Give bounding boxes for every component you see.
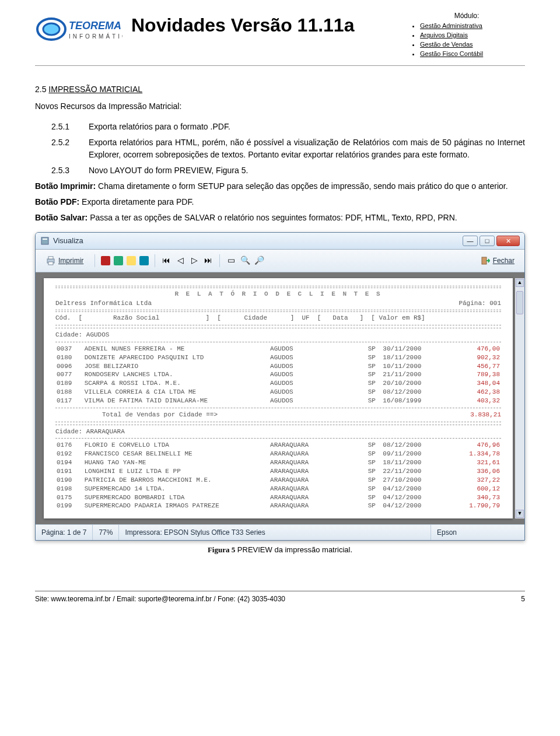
bold-label: Botão PDF: [35, 197, 79, 206]
fit-page-icon[interactable]: ▭ [226, 255, 236, 266]
save-icon[interactable] [127, 256, 136, 265]
status-printer: Impressora: EPSON Stylus Office T33 Seri… [119, 525, 431, 540]
maximize-button[interactable]: □ [480, 236, 495, 246]
report-page: Página: 001 [459, 299, 501, 308]
svg-point-1 [43, 23, 60, 35]
pdf-icon[interactable] [101, 256, 110, 265]
status-zoom: 77% [93, 525, 119, 540]
table-row: 0077RONDOSERV LANCHES LTDA.AGUDOSSP21/11… [55, 370, 501, 379]
table-row: 0190PATRICIA DE BARROS MACCHIONI M.E.ARA… [55, 476, 501, 485]
bold-label: Botão Imprimir: [35, 181, 96, 191]
page-title: Novidades Versão 11.11a [131, 12, 400, 36]
bold-label: Botão Salvar: [35, 213, 88, 222]
footer-page-number: 5 [521, 595, 525, 603]
text-icon[interactable] [139, 256, 149, 265]
statusbar: Página: 1 de 7 77% Impressora: EPSON Sty… [36, 524, 524, 540]
logo-text-sub: INFORMÁTICA [69, 33, 123, 40]
item-text: Novo LAYOUT do form PREVIEW, Figura 5. [89, 164, 525, 177]
report-paper: R E L A T Ó R I O D E C L I E N T E S De… [44, 278, 513, 519]
table-row: 0199SUPERMERCADO PADARIA IRMAOS PATREZEA… [55, 502, 501, 510]
zoom-in-icon[interactable]: 🔍 [240, 255, 250, 266]
table-row: 0192FRANCISCO CESAR BELINELLI MEARARAQUA… [55, 450, 501, 458]
excel-icon[interactable] [114, 256, 123, 265]
module-item: Gestão Fisco Contábil [420, 50, 525, 57]
table-row: 0176FLORIO E CORVELLO LTDAARARAQUARASP08… [55, 441, 501, 450]
figure-label: Figura 5 [208, 545, 235, 554]
table-row: 0194HUANG TAO YAN-MEARARAQUARASP18/11/20… [55, 458, 501, 467]
section-number: 2.5 [35, 85, 46, 94]
item-number: 2.5.3 [51, 164, 75, 177]
numbered-list: 2.5.1 Exporta relatórios para o formato … [51, 121, 525, 177]
table-row: 0175SUPERMERCADO BOMBARDI LTDAARARAQUARA… [55, 493, 501, 502]
item-text: Exporta relatórios para HTML, porém, não… [89, 136, 525, 161]
report-company: Deltress Informática Ltda [55, 299, 152, 308]
toolbar: Imprimir ⏮ ◁ ▷ ⏭ ▭ [36, 250, 524, 272]
para-text: Exporta diretamente para PDF. [79, 197, 194, 206]
section-intro: Novos Recursos da Impressão Matricial: [35, 100, 525, 113]
table-row: 0198SUPERMERCADO 14 LTDA.ARARAQUARASP04/… [55, 485, 501, 493]
toolbar-separator [219, 254, 220, 267]
table-row: 0117VILMA DE FATIMA TAID DINALARA-MEAGUD… [55, 397, 501, 405]
first-page-icon[interactable]: ⏮ [161, 255, 172, 266]
module-item: Gestão Administrativa [420, 22, 525, 29]
table-row: 0180DONIZETE APARECIDO PASQUINI LTDAGUDO… [55, 353, 501, 362]
last-page-icon[interactable]: ⏭ [203, 255, 214, 266]
next-page-icon[interactable]: ▷ [189, 255, 200, 266]
svg-rect-3 [43, 239, 47, 240]
preview-area: R E L A T Ó R I O D E C L I E N T E S De… [36, 272, 524, 525]
window-titlebar: Visualiza — □ ✕ [36, 233, 524, 250]
city-total: Total de Vendas por Cidade ==>3.838,21 [55, 411, 501, 419]
preview-window: Visualiza — □ ✕ Imprimir [35, 232, 525, 541]
close-window-button[interactable]: ✕ [496, 236, 520, 246]
table-row: 0191LONGHINI E LUIZ LTDA E PPARARAQUARAS… [55, 467, 501, 476]
scroll-down-icon[interactable]: ▼ [516, 510, 524, 518]
table-row: 0189SCARPA & ROSSI LTDA. M.E.AGUDOSSP20/… [55, 379, 501, 388]
print-label: Imprimir [58, 257, 83, 265]
footer-left: Site: www.teorema.inf.br / Email: suport… [35, 595, 285, 603]
scroll-thumb[interactable] [516, 291, 523, 314]
toolbar-separator [155, 254, 155, 267]
section-title: IMPRESSÃO MATRICIAL [48, 85, 142, 94]
city-header: Cidade: ARARAQUARA [55, 427, 501, 436]
figure-caption: Figura 5 PREVIEW da impressão matricial. [35, 544, 525, 556]
svg-rect-5 [48, 257, 53, 259]
close-button[interactable]: Fechar [475, 253, 520, 268]
module-box: Módulo: Gestão Administrativa Arquivos D… [408, 12, 525, 59]
module-item: Gestão de Vendas [420, 41, 525, 48]
printer-icon [46, 255, 56, 266]
print-button[interactable]: Imprimir [40, 253, 89, 268]
svg-rect-2 [41, 237, 48, 244]
table-row: 0096JOSE BELIZARIOAGUDOSSP10/11/2000456,… [55, 362, 501, 371]
figure-text: PREVIEW da impressão matricial. [235, 545, 352, 554]
section-body: 2.5 IMPRESSÃO MATRICIAL Novos Recursos d… [35, 83, 525, 556]
door-icon [480, 255, 491, 266]
svg-rect-7 [482, 257, 487, 264]
para-text: Passa a ter as opções de SALVAR o relató… [88, 213, 457, 222]
prev-page-icon[interactable]: ◁ [175, 255, 186, 266]
scrollbar[interactable]: ▲ ▼ [515, 278, 524, 519]
logo-text-top: TEOREMA [69, 20, 121, 31]
report-table: 0176FLORIO E CORVELLO LTDAARARAQUARASP08… [55, 441, 501, 510]
page-footer: Site: www.teorema.inf.br / Email: suport… [35, 591, 525, 603]
item-text: Exporta relatórios para o formato .PDF. [89, 121, 525, 133]
report-table: 0037ADENIL NUNES FERREIRA - MEAGUDOSSP30… [55, 345, 501, 405]
module-label: Módulo: [408, 12, 525, 20]
city-header: Cidade: AGUDOS [55, 331, 501, 339]
report-columns: Cód. [ Razão Social ] [ Cidade ] UF [ Da… [55, 314, 425, 323]
item-number: 2.5.2 [51, 136, 75, 161]
status-printer-short: Epson [431, 525, 524, 540]
window-icon [40, 236, 50, 246]
close-label: Fechar [493, 257, 514, 265]
para-text: Chama diretamente o form SETUP para sele… [96, 181, 508, 191]
zoom-out-icon[interactable]: 🔎 [254, 255, 264, 266]
page-header: TEOREMA INFORMÁTICA Novidades Versão 11.… [35, 12, 525, 66]
minimize-button[interactable]: — [463, 236, 478, 246]
status-page: Página: 1 de 7 [36, 525, 93, 540]
table-row: 0188VILLELA CORREIA & CIA LTDA MEAGUDOSS… [55, 388, 501, 397]
table-row: 0037ADENIL NUNES FERREIRA - MEAGUDOSSP30… [55, 345, 501, 353]
toolbar-separator [94, 254, 95, 267]
report-title: R E L A T Ó R I O D E C L I E N T E S [55, 290, 501, 299]
scroll-up-icon[interactable]: ▲ [516, 279, 524, 287]
logo: TEOREMA INFORMÁTICA [35, 12, 123, 47]
item-number: 2.5.1 [51, 121, 75, 133]
